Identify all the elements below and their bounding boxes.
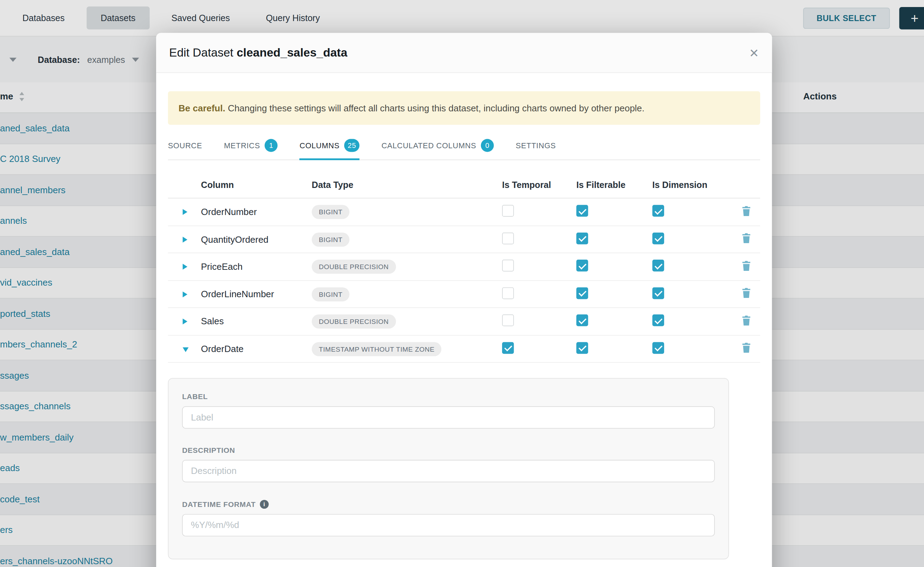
tab-label: SETTINGS (516, 141, 556, 150)
column-detail-panel: LABEL DESCRIPTION DATETIME FORMAT i (168, 378, 729, 559)
is-temporal-checkbox[interactable] (502, 205, 514, 217)
column-name: PriceEach (201, 261, 312, 272)
is-dimension-checkbox[interactable] (652, 287, 664, 299)
edit-dataset-modal: Edit Dataset cleaned_sales_data ✕ Be car… (156, 33, 772, 567)
data-type-badge: DOUBLE PRECISION (312, 314, 396, 328)
is-dimension-checkbox[interactable] (652, 314, 664, 326)
description-input[interactable] (182, 460, 715, 482)
is-temporal-checkbox[interactable] (502, 260, 514, 272)
metrics-count-badge: 1 (265, 139, 278, 152)
delete-column-icon[interactable] (742, 288, 751, 300)
header-is-filterable: Is Filterable (576, 180, 652, 189)
column-name: OrderDate (201, 344, 312, 354)
table-row: PriceEach DOUBLE PRECISION (168, 253, 760, 281)
tab-source[interactable]: SOURCE (168, 133, 202, 160)
close-icon[interactable]: ✕ (749, 47, 759, 58)
modal-title-dataset-name: cleaned_sales_data (236, 46, 348, 59)
label-field-group: LABEL (182, 393, 715, 429)
tab-metrics[interactable]: METRICS 1 (224, 133, 278, 160)
delete-column-icon[interactable] (742, 261, 751, 273)
warning-text: Changing these settings will affect all … (228, 103, 644, 113)
calculated-columns-count-badge: 0 (481, 139, 494, 152)
table-row: OrderLineNumber BIGINT (168, 281, 760, 308)
delete-column-icon[interactable] (742, 315, 751, 328)
column-name: OrderNumber (201, 207, 312, 217)
tab-label: METRICS (224, 141, 260, 150)
expand-caret-icon[interactable] (183, 264, 187, 270)
modal-body: Be careful. Changing these settings will… (156, 92, 772, 560)
description-field-group: DESCRIPTION (182, 447, 715, 482)
modal-tabs: SOURCE METRICS 1 COLUMNS 25 CALCULATED C… (168, 133, 760, 160)
is-dimension-checkbox[interactable] (652, 260, 664, 272)
data-type-badge: BIGINT (312, 232, 350, 246)
header-column: Column (201, 180, 312, 189)
table-row: Sales DOUBLE PRECISION (168, 308, 760, 336)
table-row-expanded: OrderDate TIMESTAMP WITHOUT TIME ZONE (168, 336, 760, 363)
expand-caret-icon[interactable] (183, 209, 187, 215)
is-dimension-checkbox[interactable] (652, 342, 664, 354)
modal-title: Edit Dataset cleaned_sales_data (169, 46, 348, 60)
is-filterable-checkbox[interactable] (576, 342, 588, 354)
is-filterable-checkbox[interactable] (576, 314, 588, 326)
delete-column-icon[interactable] (742, 206, 751, 218)
is-dimension-checkbox[interactable] (652, 205, 664, 217)
column-name: OrderLineNumber (201, 289, 312, 299)
is-temporal-checkbox[interactable] (502, 232, 514, 244)
is-filterable-checkbox[interactable] (576, 260, 588, 272)
data-type-badge: DOUBLE PRECISION (312, 260, 396, 274)
expand-caret-icon[interactable] (183, 236, 187, 242)
delete-column-icon[interactable] (742, 342, 751, 355)
is-temporal-checkbox[interactable] (502, 287, 514, 299)
tab-columns[interactable]: COLUMNS 25 (299, 133, 360, 160)
is-filterable-checkbox[interactable] (576, 287, 588, 299)
expand-caret-icon[interactable] (183, 319, 187, 325)
data-type-badge: BIGINT (312, 205, 350, 219)
is-temporal-checkbox[interactable] (502, 342, 514, 354)
warning-banner: Be careful. Changing these settings will… (168, 92, 760, 125)
modal-title-prefix: Edit Dataset (169, 46, 233, 59)
delete-column-icon[interactable] (742, 233, 751, 246)
data-type-badge: TIMESTAMP WITHOUT TIME ZONE (312, 342, 442, 356)
label-field-label: LABEL (182, 393, 715, 401)
tab-calculated-columns[interactable]: CALCULATED COLUMNS 0 (381, 133, 494, 160)
columns-table-header: Column Data Type Is Temporal Is Filterab… (168, 171, 760, 198)
column-name: QuantityOrdered (201, 234, 312, 244)
is-temporal-checkbox[interactable] (502, 314, 514, 326)
column-name: Sales (201, 316, 312, 327)
data-type-badge: BIGINT (312, 287, 350, 301)
header-data-type: Data Type (312, 180, 502, 189)
tab-label: SOURCE (168, 141, 202, 150)
header-is-temporal: Is Temporal (502, 180, 576, 189)
label-input[interactable] (182, 406, 715, 429)
datetime-format-field-label: DATETIME FORMAT i (182, 500, 715, 508)
datetime-format-input[interactable] (182, 514, 715, 537)
modal-header: Edit Dataset cleaned_sales_data ✕ (156, 33, 772, 73)
description-field-label: DESCRIPTION (182, 447, 715, 454)
columns-count-badge: 25 (344, 139, 360, 152)
info-icon[interactable]: i (260, 500, 269, 508)
tab-label: COLUMNS (299, 141, 340, 150)
is-dimension-checkbox[interactable] (652, 232, 664, 244)
table-row: QuantityOrdered BIGINT (168, 226, 760, 253)
collapse-caret-icon[interactable] (183, 347, 189, 352)
is-filterable-checkbox[interactable] (576, 232, 588, 244)
header-is-dimension: Is Dimension (652, 180, 732, 189)
tab-settings[interactable]: SETTINGS (516, 133, 556, 160)
tab-label: CALCULATED COLUMNS (381, 141, 476, 150)
is-filterable-checkbox[interactable] (576, 205, 588, 217)
expand-caret-icon[interactable] (183, 291, 187, 297)
warning-bold-text: Be careful. (179, 103, 226, 113)
table-row: OrderNumber BIGINT (168, 198, 760, 226)
datetime-format-field-group: DATETIME FORMAT i (182, 500, 715, 536)
